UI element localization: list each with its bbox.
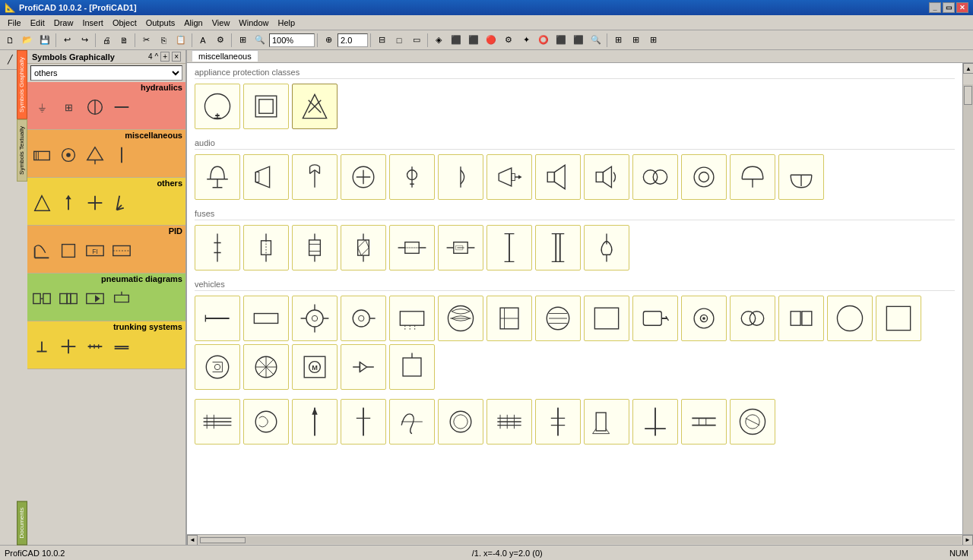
scroll-track[interactable] — [963, 84, 973, 534]
snap-button[interactable]: □ — [391, 32, 407, 49]
sym-audio-6[interactable] — [438, 154, 483, 200]
right-scrollbar[interactable]: ▲ ▼ — [962, 63, 973, 534]
sym-vehicle-15[interactable] — [876, 296, 921, 341]
scroll-up-button[interactable]: ▲ — [963, 63, 973, 74]
sym-vehicle-10[interactable] — [632, 296, 678, 341]
open-button[interactable]: 📂 — [19, 32, 36, 49]
sym-pid-2[interactable] — [56, 239, 81, 263]
restore-button[interactable]: ▭ — [943, 2, 955, 13]
sym-trunking-3[interactable] — [83, 334, 107, 359]
menu-edit[interactable]: Edit — [26, 17, 49, 29]
sym-bot-5[interactable] — [389, 399, 435, 445]
sym-fuse-7[interactable] — [486, 225, 532, 271]
save-button[interactable]: 💾 — [36, 32, 53, 49]
tool1[interactable]: ◈ — [430, 32, 447, 49]
zoom-in-button[interactable]: 🔍 — [252, 32, 268, 49]
sym-misc-1[interactable] — [30, 143, 54, 167]
zoom-fit-button[interactable]: ⊞ — [234, 32, 251, 49]
sym-hydraulics-2[interactable]: ⊞ — [56, 95, 81, 119]
misc-tool1[interactable]: ⊞ — [610, 32, 626, 49]
sym-bot-6[interactable] — [438, 399, 483, 445]
sym-pid-1[interactable] — [30, 239, 54, 263]
sym-fuse-5[interactable] — [389, 225, 435, 271]
sym-audio-9[interactable] — [584, 154, 629, 200]
sym-bot-11[interactable] — [681, 399, 727, 445]
sym-vehicle-17[interactable] — [243, 344, 289, 390]
grid-button[interactable]: ⊟ — [373, 32, 390, 49]
new-button[interactable]: 🗋 — [2, 32, 18, 49]
sym-audio-3[interactable] — [292, 154, 338, 200]
sym-vehicle-12[interactable] — [730, 296, 775, 341]
title-bar-controls[interactable]: _ ▭ ✕ — [929, 2, 968, 13]
panel-close-icon[interactable]: × — [172, 52, 181, 62]
minimize-button[interactable]: _ — [929, 2, 941, 13]
panel-pin-icon[interactable]: + — [160, 52, 170, 62]
close-button[interactable]: ✕ — [956, 2, 968, 13]
sym-others-1[interactable] — [30, 191, 54, 215]
sym-bot-1[interactable] — [195, 399, 240, 445]
misc-tool2[interactable]: ⊞ — [627, 32, 644, 49]
menu-outputs[interactable]: Outputs — [141, 17, 180, 29]
sym-bot-2[interactable] — [243, 399, 289, 445]
zoom-input[interactable]: 100% — [269, 33, 315, 47]
hscroll-track[interactable] — [198, 536, 962, 544]
sym-hydraulics-1[interactable]: ⏚ — [30, 95, 54, 119]
sym-bot-8[interactable] — [535, 399, 581, 445]
sym-pid-3[interactable]: FI — [83, 239, 107, 263]
sym-vehicle-3[interactable] — [292, 296, 338, 341]
sym-fuse-6[interactable] — [438, 225, 483, 271]
sym-audio-11[interactable] — [681, 154, 727, 200]
sym-bot-10[interactable] — [632, 399, 678, 445]
sym-fuse-8[interactable] — [535, 225, 581, 271]
sym-misc-3[interactable] — [83, 143, 107, 167]
sym-misc-2[interactable] — [56, 143, 81, 167]
tool9[interactable]: ⬛ — [570, 32, 587, 49]
sym-audio-5[interactable] — [389, 154, 435, 200]
sym-vehicle-14[interactable] — [827, 296, 873, 341]
sym-trunking-4[interactable] — [109, 334, 134, 359]
sym-fuse-3[interactable] — [292, 225, 338, 271]
tool2[interactable]: ⬛ — [448, 32, 464, 49]
sym-pneumatic-2[interactable] — [56, 286, 81, 311]
sym-vehicle-1[interactable] — [195, 296, 240, 341]
misc-tool3[interactable]: ⊞ — [645, 32, 661, 49]
sym-hydraulics-3[interactable] — [83, 95, 107, 119]
sym-fuse-4[interactable] — [341, 225, 386, 271]
content-scroll[interactable]: appliance protection classes — [187, 63, 962, 534]
sym-vehicle-2[interactable] — [243, 296, 289, 341]
sym-bot-3[interactable] — [292, 399, 338, 445]
menu-insert[interactable]: Insert — [78, 17, 108, 29]
sym-pneumatic-1[interactable] — [30, 286, 54, 311]
side-tab-documents[interactable]: Documents — [17, 501, 27, 545]
undo-button[interactable]: ↩ — [59, 32, 75, 49]
sym-vehicle-16[interactable] — [195, 344, 240, 390]
sym-fuse-9[interactable] — [584, 225, 629, 271]
zoom-factor-input[interactable]: 2.0 — [338, 33, 368, 47]
cut-button[interactable]: ✂ — [138, 32, 154, 49]
sym-pid-4[interactable] — [109, 239, 134, 263]
sym-vehicle-9[interactable] — [584, 296, 629, 341]
side-tab-symbols-graphically[interactable]: Symbols Graphically — [17, 50, 27, 119]
menu-file[interactable]: File — [3, 17, 26, 29]
sym-vehicle-11[interactable] — [681, 296, 727, 341]
menu-help[interactable]: Help — [273, 17, 300, 29]
sym-protection-2[interactable] — [243, 84, 289, 129]
ruler-button[interactable]: ▭ — [408, 32, 425, 49]
sym-vehicle-4[interactable] — [341, 296, 386, 341]
sym-vehicle-5[interactable] — [389, 296, 435, 341]
sym-others-2[interactable] — [56, 191, 81, 215]
tool4[interactable]: 🔴 — [483, 32, 499, 49]
style-button[interactable]: ⚙ — [212, 32, 229, 49]
sym-vehicle-19[interactable] — [341, 344, 386, 390]
sym-pneumatic-3[interactable] — [83, 286, 107, 311]
tool10[interactable]: 🔍 — [588, 32, 604, 49]
bottom-scrollbar[interactable]: ◄ ► — [187, 534, 973, 545]
menu-view[interactable]: View — [208, 17, 235, 29]
scroll-left-button[interactable]: ◄ — [187, 535, 198, 546]
side-tab-symbols-textually[interactable]: Symbols Textually — [17, 119, 27, 182]
sym-misc-4[interactable] — [109, 143, 134, 167]
category-select[interactable]: others hydraulics miscellaneous PID pneu… — [30, 65, 182, 81]
sym-audio-1[interactable] — [195, 154, 240, 200]
sym-protection-3[interactable] — [292, 84, 338, 129]
print-preview-button[interactable]: 🗎 — [116, 32, 132, 49]
